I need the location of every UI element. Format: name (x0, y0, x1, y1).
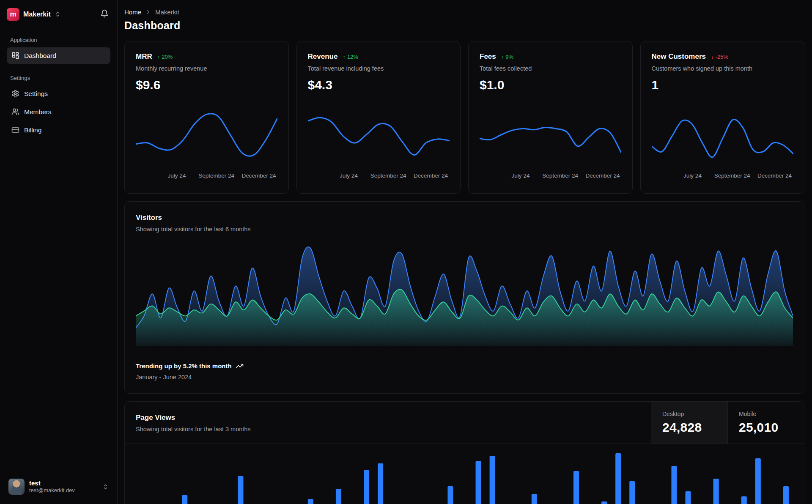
x-tick: September 24 (542, 173, 578, 179)
trend-value: 9% (505, 54, 513, 60)
visitors-title: Visitors (136, 214, 793, 222)
trend-badge: ↑20% (157, 54, 173, 60)
breadcrumb-current: Makerkit (155, 8, 179, 16)
fees-sparkline-chart (480, 107, 621, 167)
workspace-name: Makerkit (23, 11, 51, 18)
stat-value: $4.3 (308, 78, 450, 92)
x-axis-labels: July 24 September 24 December 24 (308, 173, 450, 180)
mobile-value: 25,010 (739, 420, 793, 435)
sidebar-item-label: Members (24, 108, 52, 116)
bell-icon (100, 9, 109, 18)
arrow-up-icon: ↑ (501, 54, 504, 60)
notifications-button[interactable] (99, 8, 110, 21)
revenue-sparkline-chart (308, 107, 450, 167)
makerkit-logo: m (7, 8, 19, 21)
stat-subtitle: Total revenue including fees (308, 65, 450, 72)
trend-value: -25% (715, 54, 728, 60)
stat-subtitle: Monthly recurring revenue (136, 65, 277, 72)
trend-value: 20% (162, 54, 173, 60)
sidebar-item-label: Settings (24, 90, 48, 98)
stat-title: Revenue (308, 52, 338, 61)
visitors-date-range: January - June 2024 (136, 374, 793, 381)
stat-value: 1 (652, 78, 793, 92)
trend-badge: ↓-25% (711, 54, 728, 60)
page-views-subtitle: Showing total visitors for the last 3 mo… (136, 426, 640, 433)
sidebar-item-settings[interactable]: Settings (7, 85, 110, 102)
x-tick: July 24 (340, 173, 358, 179)
user-email: test@makerkit.dev (29, 487, 75, 494)
mrr-sparkline-chart (136, 107, 277, 167)
x-tick: December 24 (585, 173, 620, 179)
arrow-up-icon: ↑ (343, 54, 346, 60)
stat-title: Fees (480, 52, 496, 61)
sidebar-item-label: Dashboard (24, 52, 56, 60)
section-label-application: Application (10, 37, 107, 43)
x-axis-labels: July 24 September 24 December 24 (480, 173, 621, 180)
x-tick: September 24 (198, 173, 234, 179)
x-tick: December 24 (757, 173, 792, 179)
page-views-header: Page Views Showing total visitors for th… (125, 402, 804, 444)
x-tick: July 24 (683, 173, 702, 179)
chevrons-up-down-icon (102, 484, 109, 490)
trend-badge: ↑12% (343, 54, 358, 60)
user-menu[interactable]: test test@makerkit.dev (7, 476, 110, 497)
mobile-label: Mobile (739, 411, 793, 417)
sidebar-header: m Makerkit (7, 8, 110, 21)
stat-card-fees: Fees ↑9% Total fees collected $1.0 July … (468, 41, 633, 194)
stat-value: $1.0 (480, 78, 621, 92)
trend-value: 12% (347, 54, 358, 60)
x-tick: September 24 (714, 173, 750, 179)
arrow-down-icon: ↓ (711, 54, 714, 60)
stat-subtitle: Customers who signed up this month (652, 65, 793, 72)
x-axis-labels: July 24 September 24 December 24 (136, 173, 277, 180)
user-avatar (8, 479, 25, 495)
sidebar: m Makerkit Application Dashboard Setting… (0, 0, 118, 504)
trending-up-icon (236, 362, 244, 370)
visitors-footer: Trending up by 5.2% this month (136, 362, 793, 370)
page-title: Dashboard (124, 19, 804, 32)
page-views-card: Page Views Showing total visitors for th… (124, 401, 804, 504)
x-tick: July 24 (512, 173, 530, 179)
sidebar-item-members[interactable]: Members (7, 104, 110, 120)
stat-card-mrr: MRR ↑20% Monthly recurring revenue $9.6 … (124, 41, 289, 194)
chevrons-up-down-icon (55, 11, 61, 17)
stat-cards-row: MRR ↑20% Monthly recurring revenue $9.6 … (124, 41, 804, 194)
chevron-right-icon (145, 9, 151, 15)
main-content: Home Makerkit Dashboard MRR ↑20% Monthly… (118, 0, 812, 504)
logo-letter: m (10, 10, 16, 19)
x-tick: September 24 (370, 173, 406, 179)
sidebar-item-label: Billing (24, 126, 41, 134)
stat-subtitle: Total fees collected (480, 65, 621, 72)
stat-title: New Customers (652, 52, 706, 61)
stat-card-revenue: Revenue ↑12% Total revenue including fee… (296, 41, 461, 194)
page-views-title: Page Views (136, 414, 640, 422)
breadcrumb-home-link[interactable]: Home (124, 8, 141, 16)
x-tick: December 24 (414, 173, 448, 179)
desktop-label: Desktop (662, 411, 716, 417)
trend-badge: ↑9% (501, 54, 513, 60)
x-tick: December 24 (241, 173, 276, 179)
visitors-subtitle: Showing total visitors for the last 6 mo… (136, 226, 793, 233)
section-label-settings: Settings (10, 75, 107, 81)
toggle-desktop[interactable]: Desktop 24,828 (651, 402, 727, 444)
stat-title: MRR (136, 52, 152, 61)
stat-value: $9.6 (136, 78, 277, 92)
users-icon (11, 108, 19, 116)
new-customers-sparkline-chart (652, 107, 793, 167)
workspace-selector[interactable]: m Makerkit (7, 8, 61, 21)
gear-icon (11, 90, 19, 98)
credit-card-icon (11, 126, 19, 134)
sidebar-item-billing[interactable]: Billing (7, 122, 110, 138)
sidebar-item-dashboard[interactable]: Dashboard (7, 47, 110, 64)
visitors-trend-text: Trending up by 5.2% this month (136, 362, 232, 370)
page-views-bar-chart (136, 451, 793, 504)
x-tick: July 24 (168, 173, 186, 179)
toggle-mobile[interactable]: Mobile 25,010 (727, 402, 804, 444)
arrow-up-icon: ↑ (157, 54, 160, 60)
x-axis-labels: July 24 September 24 December 24 (652, 173, 793, 180)
desktop-value: 24,828 (662, 420, 716, 435)
visitors-area-chart (136, 244, 793, 346)
layout-dashboard-icon (11, 52, 19, 60)
breadcrumb: Home Makerkit (124, 8, 804, 16)
visitors-card: Visitors Showing total visitors for the … (124, 201, 804, 394)
